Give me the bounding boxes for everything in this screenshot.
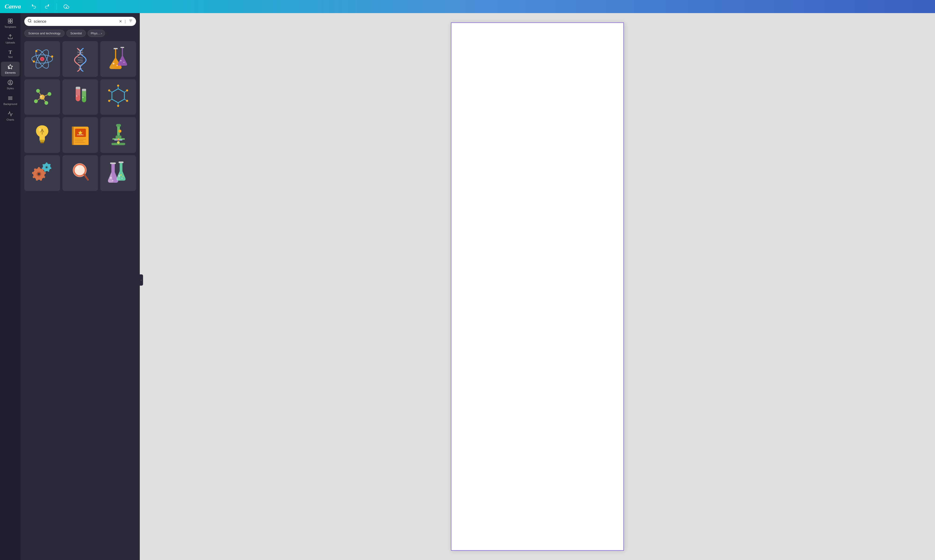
svg-point-52 xyxy=(76,95,77,97)
svg-point-68 xyxy=(108,100,110,102)
svg-point-69 xyxy=(108,89,110,91)
svg-rect-36 xyxy=(120,47,124,48)
search-input[interactable] xyxy=(34,19,117,24)
grid-item-lightbulb[interactable] xyxy=(24,117,60,153)
text-icon: T xyxy=(9,49,12,55)
svg-point-24 xyxy=(33,60,35,63)
redo-button[interactable] xyxy=(43,3,51,11)
sidebar-label-uploads: Uploads xyxy=(6,41,15,44)
sidebar-item-text[interactable]: T Text xyxy=(1,47,20,61)
svg-rect-54 xyxy=(82,89,86,91)
sidebar-item-templates[interactable]: Templates xyxy=(1,16,20,31)
svg-rect-3 xyxy=(11,21,12,23)
canvas-document[interactable] xyxy=(451,22,624,551)
svg-point-87 xyxy=(117,141,120,144)
svg-point-46 xyxy=(34,99,38,103)
svg-point-66 xyxy=(126,100,128,102)
grid-item-gears[interactable] xyxy=(24,155,60,191)
filter-chips: Science and technology Scientist Phys… › xyxy=(24,30,136,37)
svg-line-117 xyxy=(84,174,88,180)
chip-physics[interactable]: Phys… › xyxy=(88,30,105,37)
svg-point-56 xyxy=(82,97,83,98)
svg-point-22 xyxy=(51,55,53,57)
chevron-right-icon: › xyxy=(101,32,102,35)
svg-point-44 xyxy=(48,92,51,96)
sidebar-label-text: Text xyxy=(8,55,12,58)
svg-point-34 xyxy=(113,63,115,64)
search-bar: ✕ | xyxy=(24,17,136,26)
cloud-save-button[interactable] xyxy=(62,2,71,11)
svg-point-38 xyxy=(123,62,125,63)
svg-point-37 xyxy=(120,60,121,61)
svg-rect-75 xyxy=(75,139,86,140)
svg-rect-1 xyxy=(11,19,12,21)
svg-marker-57 xyxy=(112,89,125,103)
svg-point-48 xyxy=(40,96,42,97)
svg-rect-76 xyxy=(75,140,83,142)
templates-icon xyxy=(8,18,13,25)
chip-science-technology[interactable]: Science and technology xyxy=(24,30,65,37)
results-grid: SCIENCE xyxy=(24,41,136,191)
panel-collapse-button[interactable]: ‹ xyxy=(139,274,143,286)
search-panel: ✕ | Science and technology Scientist Phy… xyxy=(21,13,140,560)
svg-point-81 xyxy=(118,130,121,133)
svg-point-114 xyxy=(76,167,79,170)
svg-rect-105 xyxy=(46,162,48,164)
grid-item-science-book[interactable]: SCIENCE xyxy=(62,117,98,153)
canva-logo: Canva xyxy=(5,3,21,10)
svg-rect-95 xyxy=(43,172,46,174)
svg-rect-93 xyxy=(38,167,40,169)
svg-point-12 xyxy=(28,19,31,22)
filter-button[interactable] xyxy=(129,19,133,24)
svg-point-124 xyxy=(120,174,122,176)
grid-item-magnifier[interactable] xyxy=(62,155,98,191)
svg-line-28 xyxy=(78,57,83,58)
sidebar-item-background[interactable]: Background xyxy=(1,93,20,108)
svg-point-6 xyxy=(8,80,12,85)
sidebar-item-charts[interactable]: Charts xyxy=(1,109,20,123)
svg-rect-2 xyxy=(8,21,10,23)
svg-text:SCIENCE: SCIENCE xyxy=(77,134,83,135)
grid-item-dna[interactable] xyxy=(62,41,98,77)
svg-rect-50 xyxy=(75,86,80,89)
svg-point-92 xyxy=(38,173,40,175)
undo-button[interactable] xyxy=(30,3,38,11)
svg-point-88 xyxy=(116,139,117,140)
svg-point-89 xyxy=(117,140,118,140)
svg-point-45 xyxy=(36,89,40,92)
grid-item-hexagon[interactable] xyxy=(100,79,136,115)
svg-rect-82 xyxy=(116,135,121,138)
svg-point-65 xyxy=(126,89,128,91)
grid-item-test-tubes[interactable] xyxy=(62,79,98,115)
canvas-area xyxy=(140,13,935,560)
background-icon xyxy=(8,95,13,102)
svg-point-21 xyxy=(41,58,43,60)
chip-scientist[interactable]: Scientist xyxy=(66,30,86,37)
search-icon xyxy=(28,19,32,24)
svg-rect-5 xyxy=(8,67,9,68)
elements-icon xyxy=(8,64,13,70)
svg-rect-86 xyxy=(118,138,120,141)
grid-item-beakers[interactable] xyxy=(100,155,136,191)
sidebar-label-elements: Elements xyxy=(5,71,16,74)
svg-point-123 xyxy=(121,178,123,179)
grid-item-atom[interactable] xyxy=(24,41,60,77)
sidebar-label-background: Background xyxy=(3,103,17,105)
svg-rect-72 xyxy=(72,127,74,145)
svg-point-104 xyxy=(46,166,48,168)
grid-item-molecule[interactable] xyxy=(24,79,60,115)
sidebar: Templates Uploads T Text Elements Styles… xyxy=(0,13,21,560)
sidebar-item-uploads[interactable]: Uploads xyxy=(1,32,20,46)
sidebar-item-styles[interactable]: Styles xyxy=(1,77,20,92)
svg-rect-100 xyxy=(32,172,34,174)
svg-point-125 xyxy=(123,176,123,177)
grid-item-microscope[interactable] xyxy=(100,117,136,153)
uploads-icon xyxy=(8,34,13,40)
charts-icon xyxy=(8,111,13,117)
sidebar-item-elements[interactable]: Elements xyxy=(1,62,20,77)
svg-point-35 xyxy=(117,65,118,66)
svg-point-64 xyxy=(117,85,119,87)
grid-item-flasks[interactable] xyxy=(100,41,136,77)
svg-point-67 xyxy=(117,105,119,107)
clear-search-button[interactable]: ✕ xyxy=(119,19,122,24)
